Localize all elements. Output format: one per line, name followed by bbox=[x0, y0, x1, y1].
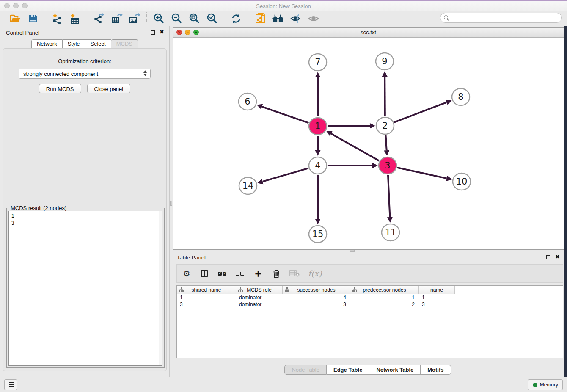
zoom-fit-button[interactable] bbox=[188, 13, 200, 25]
cell-name[interactable]: 1 bbox=[419, 294, 455, 301]
column-header-name[interactable]: name bbox=[419, 286, 455, 294]
cell-name[interactable]: 3 bbox=[419, 301, 455, 308]
edge-3-1[interactable] bbox=[331, 134, 379, 161]
splitter-grip[interactable] bbox=[170, 201, 172, 206]
tab-select[interactable]: Select bbox=[85, 39, 111, 48]
tab-network-table[interactable]: Network Table bbox=[369, 365, 421, 375]
cell-shared-name[interactable]: 3 bbox=[177, 301, 236, 308]
folder-open-icon bbox=[10, 14, 21, 24]
mcds-result-text[interactable]: 1 3 bbox=[8, 211, 162, 366]
trash-icon bbox=[272, 269, 280, 278]
column-header-shared-name[interactable]: shared name bbox=[177, 286, 236, 294]
edge-2-8[interactable] bbox=[394, 102, 447, 122]
edge-1-2[interactable] bbox=[328, 126, 370, 126]
edge-3-10[interactable] bbox=[397, 168, 446, 178]
table-tabs: Node TableEdge TableNetwork TableMotifs bbox=[171, 365, 564, 375]
task-history-button[interactable] bbox=[4, 379, 17, 390]
clone-network-button[interactable] bbox=[254, 13, 266, 25]
float-panel-icon[interactable] bbox=[546, 255, 550, 259]
splitter-grip[interactable] bbox=[350, 250, 355, 252]
cell-predecessor-nodes[interactable]: 2 bbox=[350, 301, 419, 308]
select-all-icon bbox=[218, 272, 226, 276]
search-box[interactable] bbox=[440, 13, 562, 23]
edge-4-14[interactable] bbox=[263, 168, 308, 182]
tab-node-table[interactable]: Node Table bbox=[284, 365, 327, 375]
tab-mcds[interactable]: MCDS bbox=[111, 39, 138, 48]
node-label-8: 8 bbox=[458, 92, 463, 102]
table-settings-button[interactable]: ⚙ bbox=[182, 268, 191, 279]
run-mcds-button[interactable]: Run MCDS bbox=[39, 84, 81, 93]
export-image-button[interactable] bbox=[129, 13, 140, 25]
mcds-result-title: MCDS result (2 nodes) bbox=[9, 205, 68, 211]
apply-layout-button[interactable] bbox=[230, 13, 242, 25]
criterion-value: strongly connected component bbox=[23, 71, 98, 77]
node-label-9: 9 bbox=[382, 56, 387, 66]
column-chooser-button[interactable] bbox=[200, 268, 209, 279]
table-header-row: shared nameMCDS rolesuccessor nodesprede… bbox=[177, 286, 563, 294]
floppy-disk-icon bbox=[28, 14, 38, 24]
open-session-button[interactable] bbox=[9, 13, 21, 25]
node-table[interactable]: shared nameMCDS rolesuccessor nodesprede… bbox=[176, 285, 563, 358]
cell-MCDS-role[interactable]: dominator bbox=[236, 301, 283, 308]
delete-table-button[interactable] bbox=[289, 268, 300, 279]
tab-network[interactable]: Network bbox=[31, 39, 63, 48]
tab-style[interactable]: Style bbox=[63, 39, 85, 48]
import-table-button[interactable] bbox=[69, 13, 81, 25]
edge-2-9[interactable] bbox=[385, 77, 385, 116]
show-details-button[interactable] bbox=[308, 13, 319, 25]
result-scrollbar[interactable] bbox=[159, 211, 162, 365]
delete-column-button[interactable] bbox=[272, 268, 281, 279]
close-panel-icon[interactable]: ✖ bbox=[555, 254, 560, 260]
close-panel-icon[interactable]: ✖ bbox=[160, 29, 164, 35]
titlebar[interactable]: Session: New Session bbox=[0, 1, 567, 11]
edge-2-3[interactable] bbox=[385, 135, 386, 150]
zoom-in-button[interactable] bbox=[153, 13, 165, 25]
cell-successor-nodes[interactable]: 4 bbox=[283, 294, 350, 301]
arrowhead-icon bbox=[384, 150, 389, 156]
apply-function-button[interactable]: f(x) bbox=[308, 268, 322, 279]
close-panel-button[interactable]: Close panel bbox=[87, 84, 131, 93]
export-network-button[interactable] bbox=[93, 13, 105, 25]
cell-shared-name[interactable]: 1 bbox=[177, 294, 236, 301]
function-fx-icon: f(x) bbox=[308, 269, 322, 278]
edge-1-6[interactable] bbox=[262, 107, 308, 123]
export-table-icon bbox=[111, 13, 123, 24]
arrowhead-icon bbox=[315, 219, 321, 224]
edge-3-11[interactable] bbox=[388, 175, 390, 217]
cell-successor-nodes[interactable]: 3 bbox=[283, 301, 350, 308]
network-window-titlebar[interactable]: ✕ − + scc.txt bbox=[173, 28, 564, 38]
add-column-button[interactable]: ＋ bbox=[253, 268, 263, 279]
network-graph[interactable]: 7968124314101511 bbox=[173, 38, 564, 249]
export-table-button[interactable] bbox=[111, 13, 123, 25]
float-panel-icon[interactable] bbox=[151, 30, 155, 35]
column-chooser-icon bbox=[201, 270, 208, 277]
select-all-button[interactable] bbox=[217, 268, 227, 279]
criterion-select[interactable]: strongly connected component bbox=[19, 69, 151, 79]
arrowhead-icon bbox=[315, 150, 321, 156]
search-input[interactable] bbox=[449, 14, 561, 22]
desktop-background-strip bbox=[564, 25, 567, 392]
column-header-predecessor-nodes[interactable]: predecessor nodes bbox=[350, 286, 419, 294]
node-label-7: 7 bbox=[315, 57, 320, 67]
column-header-successor-nodes[interactable]: successor nodes bbox=[283, 286, 350, 294]
show-all-button[interactable] bbox=[272, 13, 284, 25]
import-network-button[interactable] bbox=[51, 13, 63, 25]
table-row[interactable]: 3dominator323 bbox=[177, 301, 563, 308]
table-row[interactable]: 1dominator411 bbox=[177, 294, 563, 301]
tab-motifs[interactable]: Motifs bbox=[421, 365, 451, 375]
hide-details-button[interactable] bbox=[290, 13, 302, 25]
network-canvas[interactable]: 7968124314101511 bbox=[173, 38, 564, 249]
cell-predecessor-nodes[interactable]: 1 bbox=[350, 294, 419, 301]
column-header-MCDS-role[interactable]: MCDS role bbox=[236, 286, 283, 294]
memory-button[interactable]: Memory bbox=[528, 379, 563, 390]
zoom-selected-button[interactable] bbox=[206, 13, 218, 25]
node-label-11: 11 bbox=[385, 227, 396, 237]
magnifier-check-icon bbox=[206, 13, 217, 24]
tab-edge-table[interactable]: Edge Table bbox=[327, 365, 369, 375]
cell-MCDS-role[interactable]: dominator bbox=[236, 294, 283, 301]
zoom-out-button[interactable] bbox=[171, 13, 182, 25]
control-panel: Control Panel ✖ NetworkStyleSelectMCDS O… bbox=[0, 26, 169, 377]
unselect-all-button[interactable] bbox=[235, 268, 245, 279]
save-session-button[interactable] bbox=[27, 13, 39, 25]
tree-sort-icon bbox=[238, 287, 243, 293]
